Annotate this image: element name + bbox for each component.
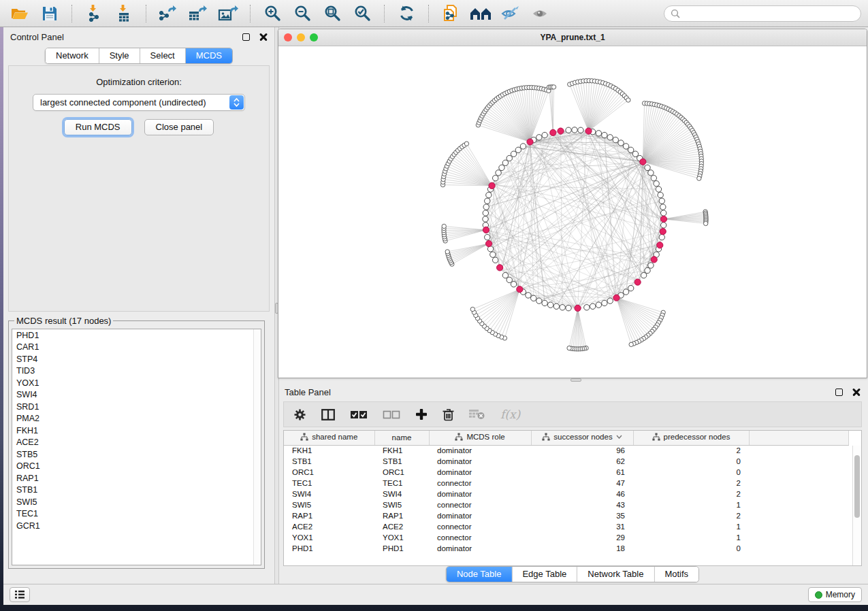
graph-node <box>654 181 659 186</box>
list-item[interactable]: SWI5 <box>12 496 261 508</box>
run-mcds-button[interactable]: Run MCDS <box>64 119 132 135</box>
export-image-button[interactable] <box>215 3 241 24</box>
deselect-all-icon[interactable] <box>383 410 400 419</box>
column-header-successor-nodes[interactable]: successor nodes <box>531 431 633 445</box>
add-column-icon[interactable] <box>415 408 428 420</box>
zoom-out-button[interactable] <box>289 3 315 24</box>
table-tab-motifs[interactable]: Motifs <box>654 567 698 582</box>
column-header-name[interactable]: name <box>374 431 429 445</box>
task-history-button[interactable] <box>10 587 30 602</box>
mcds-result-list[interactable]: PHD1CAR1STP4TID3YOX1SWI4SRD1PMA2FKH1ACE2… <box>12 329 261 565</box>
table-cell: 2 <box>633 510 749 521</box>
delete-column-icon[interactable] <box>443 408 454 421</box>
table-row[interactable]: SWI4SWI4dominator462 <box>284 489 849 499</box>
close-panel-icon[interactable] <box>852 388 861 396</box>
export-network-button[interactable] <box>155 3 181 24</box>
table-row[interactable]: SWI5SWI5connector431 <box>284 499 849 510</box>
list-item[interactable]: TID3 <box>12 365 261 378</box>
table-cell: RAP1 <box>284 510 374 521</box>
list-item[interactable]: STB5 <box>12 448 261 461</box>
table-row[interactable]: YOX1YOX1connector291 <box>284 532 849 543</box>
memory-button[interactable]: Memory <box>808 587 862 602</box>
table-row[interactable]: PHD1PHD1dominator180 <box>284 543 849 554</box>
column-header-predecessor-nodes[interactable]: predecessor nodes <box>633 431 749 445</box>
list-item[interactable]: ORC1 <box>12 461 261 473</box>
list-item[interactable]: SWI4 <box>12 389 261 401</box>
list-item[interactable]: TEC1 <box>12 508 261 521</box>
zoom-in-button[interactable] <box>259 3 285 24</box>
float-panel-icon[interactable] <box>242 33 250 41</box>
table-row[interactable]: FKH1FKH1dominator962 <box>284 445 849 456</box>
list-item[interactable]: STP4 <box>12 353 261 365</box>
list-item[interactable]: YOX1 <box>12 377 261 389</box>
network-canvas[interactable] <box>278 46 867 378</box>
criterion-value: largest connected component (undirected) <box>40 97 206 108</box>
table-panel-header: Table Panel <box>278 382 867 401</box>
list-item[interactable]: PHD1 <box>12 329 261 342</box>
graph-node <box>492 257 498 263</box>
table-scrollbar-thumb[interactable] <box>854 455 860 518</box>
settings-gear-icon[interactable] <box>293 408 306 421</box>
status-bar: Memory <box>3 584 868 605</box>
search-input[interactable] <box>684 9 854 18</box>
graph-node <box>526 293 531 298</box>
hide-selected-button[interactable] <box>498 3 524 24</box>
float-panel-icon[interactable] <box>835 389 843 396</box>
list-item[interactable]: RAP1 <box>12 472 261 484</box>
list-item[interactable]: FKH1 <box>12 425 261 437</box>
import-table-button[interactable] <box>111 3 137 24</box>
table-tab-network-table[interactable]: Network Table <box>577 567 654 582</box>
table-row[interactable]: ACE2ACE2connector311 <box>284 521 849 532</box>
import-network-button[interactable] <box>81 3 107 24</box>
table-scrollbar[interactable] <box>852 446 861 565</box>
tab-select[interactable]: Select <box>140 48 186 63</box>
list-item[interactable]: SRD1 <box>12 401 261 413</box>
zoom-fit-button[interactable] <box>319 3 345 24</box>
list-item[interactable]: CAR1 <box>12 342 261 354</box>
network-window-titlebar[interactable]: YPA_prune.txt_1 <box>278 29 867 46</box>
graph-node <box>445 250 449 254</box>
duplicate-network-button[interactable] <box>438 3 464 24</box>
close-panel-icon[interactable] <box>259 33 268 41</box>
split-columns-icon[interactable] <box>321 409 335 420</box>
first-neighbors-button[interactable] <box>468 3 494 24</box>
save-session-button[interactable] <box>37 3 63 24</box>
splitter-handle[interactable] <box>570 378 581 382</box>
column-header-MCDS-role[interactable]: MCDS role <box>429 431 531 445</box>
refresh-view-button[interactable] <box>393 3 419 24</box>
select-all-icon[interactable] <box>350 410 368 419</box>
tab-style[interactable]: Style <box>99 48 140 63</box>
table-cell: 29 <box>531 532 633 543</box>
list-item[interactable]: GCR1 <box>12 520 261 532</box>
tab-network[interactable]: Network <box>46 48 99 63</box>
mcds-node <box>660 229 666 235</box>
list-item[interactable]: ACE2 <box>12 437 261 449</box>
close-panel-button[interactable]: Close panel <box>144 119 214 135</box>
show-all-button[interactable] <box>528 3 553 24</box>
zoom-selected-button[interactable] <box>349 3 375 24</box>
mcds-node <box>550 129 556 135</box>
list-scrollbar[interactable] <box>253 329 261 565</box>
graph-node <box>660 222 666 228</box>
open-session-button[interactable] <box>7 3 33 24</box>
table-cell: 0 <box>633 456 749 467</box>
table-cell: TEC1 <box>374 478 429 489</box>
zoom-out-icon <box>293 4 312 22</box>
table-tabs: Node TableEdge TableNetwork TableMotifs <box>446 566 699 582</box>
column-header-shared-name[interactable]: shared name <box>284 431 374 445</box>
table-row[interactable]: RAP1RAP1dominator352 <box>284 510 849 521</box>
export-table-button[interactable] <box>185 3 211 24</box>
list-item[interactable]: PMA2 <box>12 413 261 425</box>
list-item[interactable]: STB1 <box>12 484 261 497</box>
optimization-criterion-select[interactable]: largest connected component (undirected) <box>33 94 245 111</box>
table-tab-node-table[interactable]: Node Table <box>447 567 513 582</box>
table-tab-edge-table[interactable]: Edge Table <box>512 567 577 582</box>
main-toolbar <box>0 0 868 27</box>
tab-mcds[interactable]: MCDS <box>186 48 232 63</box>
table-row[interactable]: ORC1ORC1dominator610 <box>284 467 849 478</box>
graph-node <box>660 210 666 216</box>
table-row[interactable]: TEC1TEC1connector472 <box>284 478 849 489</box>
search-field[interactable] <box>664 5 861 22</box>
graph-node <box>660 204 666 210</box>
table-row[interactable]: STB1STB1dominator620 <box>284 456 849 467</box>
